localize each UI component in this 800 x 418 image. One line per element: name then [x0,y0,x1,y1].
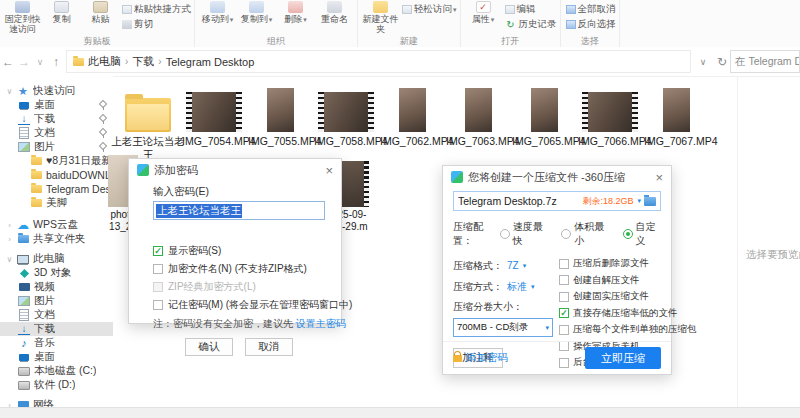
split-size-dropdown[interactable]: 700MB - CD刻录 ▾ [453,318,553,337]
up-button[interactable]: ↑ [48,55,64,69]
remember-password-checkbox[interactable]: 记住密码(M) (将会显示在管理密码窗口中) [153,298,325,312]
copy-to-button[interactable]: 复制到▾ [237,1,276,24]
archive-filename-input[interactable]: Telegram Desktop.7z 剩余:18.2GB ▾ [453,191,661,211]
invert-selection-button[interactable]: 反向选择 [566,18,616,31]
self-extracting-checkbox[interactable]: 创建自解压文件 [559,274,697,287]
breadcrumb-downloads[interactable]: 下载 [132,54,154,69]
sidebar-item-folder-telegram-desktop[interactable]: Telegram Desktop [0,182,113,196]
file-list: 上老王论坛当老王 IMG_7054.MP4 IMG_7055.MP4 IMG_7… [116,84,708,160]
video-thumbnail [465,88,492,132]
pin-to-quick-access-button[interactable]: 固定到快速访问 [3,1,42,35]
sidebar-item-desktop-pinned[interactable]: 桌面 [0,98,113,112]
confirm-button[interactable]: 确认 [185,338,233,356]
3d-objects-label: 3D 对象 [34,266,71,280]
checkbox-icon [153,264,163,274]
delete-icon [288,1,303,13]
sidebar-item-documents-pc[interactable]: 文档 [0,308,113,322]
move-to-button[interactable]: 移动到▾ [198,1,237,24]
split-size-label: 压缩分卷大小： [453,300,559,314]
method-dropdown[interactable]: 压缩方式： 标准 ▾ [453,276,559,297]
new-group-label: 新建 [361,36,457,47]
cut-button[interactable]: 剪切 [122,18,191,31]
sidebar-item-3d-objects[interactable]: 3D 对象 [0,266,113,280]
sidebar-item-software-d[interactable]: 软件 (D:) [0,378,113,392]
file-img-7054[interactable]: IMG_7054.MP4 [182,84,246,160]
paste-shortcut-button[interactable]: 粘贴快捷方式 [122,3,191,16]
chevron-right-icon[interactable]: › [6,221,13,230]
sidebar-item-folder-baidudownload[interactable]: baiduDOWNLOAD [0,168,113,182]
separate-archives-checkbox[interactable]: 压缩每个文件到单独的压缩包 [559,323,697,336]
breadcrumb-telegram-desktop[interactable]: Telegram Desktop [166,56,255,68]
compress-now-button[interactable]: 立即压缩 [585,347,661,369]
breadcrumb-this-pc[interactable]: 此电脑 [88,54,121,69]
sidebar-item-shared-folder[interactable]: › 共享文件夹 [0,232,113,246]
browse-folder-icon[interactable] [644,197,656,206]
file-img-7067[interactable]: IMG_7067.MP4 [644,84,708,160]
cloud-icon: ☁ [17,219,29,231]
sidebar-item-music[interactable]: ♪ 音乐 [0,336,113,350]
new-folder-button[interactable]: 新建文件夹 [361,1,400,35]
chevron-right-icon[interactable]: › [6,235,13,244]
sidebar-item-desktop-pc[interactable]: 桌面 [0,350,113,364]
delete-button[interactable]: 删除▾ [276,1,315,24]
store-low-ratio-checkbox[interactable]: ✓ 直接存储压缩率低的文件 [559,307,697,320]
search-input[interactable]: 在 Telegram De [730,50,800,73]
set-master-password-link[interactable]: 设置主密码 [296,318,346,329]
file-img-7058[interactable]: IMG_7058.MP4 [314,84,378,160]
edit-button[interactable]: 编辑 [505,3,557,16]
cancel-button[interactable]: 取消 [245,338,293,356]
file-img-7055[interactable]: IMG_7055.MP4 [248,84,312,160]
sidebar-item-downloads-pc[interactable]: ↓ 下载 [0,322,113,336]
close-icon[interactable]: × [325,164,333,177]
profile-custom-radio[interactable]: 自定义 [623,220,661,248]
file-img-7065[interactable]: IMG_7065.MP4 [512,84,576,160]
address-dropdown[interactable]: ∨ [695,57,711,67]
sidebar-item-documents-pinned[interactable]: 文档 [0,126,113,140]
refresh-button[interactable]: ↻ [714,55,730,69]
format-dropdown[interactable]: 压缩格式： 7Z ▾ [453,255,559,276]
password-input[interactable]: 上老王论坛当老王 [153,201,325,220]
file-img-7066[interactable]: IMG_7066.MP4 [578,84,642,160]
dialog-title-bar[interactable]: 添加密码 × [129,159,341,181]
delete-source-checkbox[interactable]: 压缩后删除源文件 [559,257,697,270]
sidebar-item-folder-meijiao[interactable]: 美脚 [0,196,113,210]
sidebar-item-pictures-pc[interactable]: 图片 [0,294,113,308]
add-password-link[interactable]: 添加密码 [466,351,508,365]
shared-folder-label: 共享文件夹 [33,232,86,246]
select-none-button[interactable]: 全部取消 [566,3,616,16]
encrypt-filenames-checkbox[interactable]: 加密文件名(N) (不支持ZIP格式) [153,262,325,276]
sidebar-item-downloads-pinned[interactable]: ↓ 下载 [0,112,113,126]
file-folder-shanglaowang[interactable]: 上老王论坛当老王 [116,84,180,160]
profile-fastest-radio[interactable]: 速度最快 [500,220,547,248]
sidebar-item-folder-0831[interactable]: ♥8月31日最新推特约 [0,154,113,168]
profile-smallest-radio[interactable]: 体积最小 [561,220,608,248]
easy-access-button[interactable]: 轻松访问 ▾ [402,3,457,16]
sidebar-item-pictures-pinned[interactable]: 图片 [0,140,113,154]
copy-button[interactable]: 复制 [42,1,81,24]
sidebar-item-quick-access[interactable]: ∨ ★ 快速访问 [0,84,113,98]
history-button[interactable]: ↻ 历史记录 [505,18,557,31]
breadcrumb[interactable]: 此电脑 › 下载 › Telegram Desktop [66,50,691,73]
caret-down-icon[interactable]: ▾ [637,197,641,205]
select-none-label: 全部取消 [578,3,616,16]
rename-button[interactable]: 重命名 [315,1,354,24]
dialog-title-bar[interactable]: 您将创建一个压缩文件 -360压缩 × [443,166,671,188]
properties-button[interactable]: ✓ 属性▾ [464,1,503,24]
forward-button[interactable]: → [16,55,32,69]
file-img-7063[interactable]: IMG_7063.MP4 [446,84,510,160]
show-password-checkbox[interactable]: ✓ 显示密码(S) [153,244,325,258]
solid-archive-checkbox[interactable]: 创建固实压缩文件 [559,290,697,303]
chevron-down-icon[interactable]: ∨ [6,87,13,96]
sidebar-item-this-pc[interactable]: ∨ 此电脑 [0,252,113,266]
close-icon[interactable]: × [655,171,663,184]
paste-button[interactable]: 粘贴 [81,1,120,24]
radio-selected-icon [623,229,633,239]
back-button[interactable]: ← [0,55,16,69]
sidebar-item-videos[interactable]: 视频 [0,280,113,294]
sidebar-item-local-disk-c[interactable]: 本地磁盘 (C:) [0,364,113,378]
file-img-7062[interactable]: IMG_7062.MP4 [380,84,444,160]
sidebar-item-wps-cloud[interactable]: › ☁ WPS云盘 [0,218,113,232]
chevron-down-icon[interactable]: ∨ [6,255,13,264]
recent-locations-dropdown[interactable]: ∨ [32,57,48,67]
format-label: 压缩格式： [453,259,503,273]
